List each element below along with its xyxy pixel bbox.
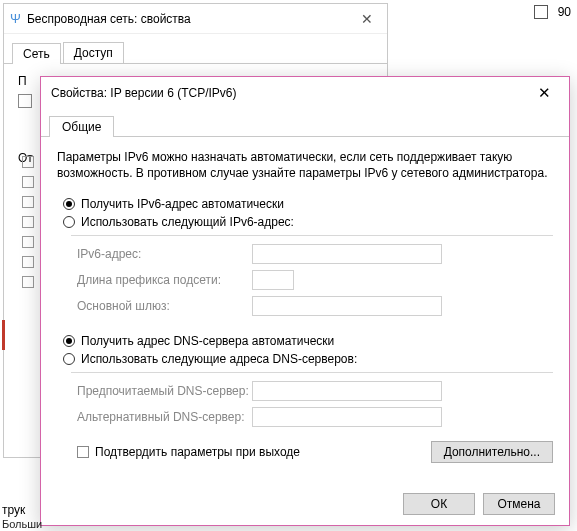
book-icon — [534, 5, 548, 19]
background-text: трук Больши — [2, 503, 42, 531]
prefix-label: Длина префикса подсети: — [77, 273, 252, 287]
radio-ipv6-auto[interactable] — [63, 198, 75, 210]
radio-dns-auto[interactable] — [63, 335, 75, 347]
radio-ipv6-auto-label: Получить IPv6-адрес автоматически — [81, 197, 284, 211]
dns-pref-label: Предпочитаемый DNS-сервер: — [77, 384, 252, 398]
advanced-button[interactable]: Дополнительно... — [431, 441, 553, 463]
ipv6-addr-label: IPv6-адрес: — [77, 247, 252, 261]
validate-checkbox[interactable] — [77, 446, 89, 458]
close-icon[interactable]: ✕ — [353, 8, 381, 30]
adapter-square-icon — [18, 94, 32, 108]
radio-ipv6-manual-label: Использовать следующий IPv6-адрес: — [81, 215, 294, 229]
ipv6-address-input — [252, 244, 442, 264]
inner-titlebar: Свойства: IP версии 6 (TCP/IPv6) ✕ — [41, 77, 569, 109]
radio-dns-manual[interactable] — [63, 353, 75, 365]
dns-alternate-input — [252, 407, 442, 427]
radio-dns-auto-label: Получить адрес DNS-сервера автоматически — [81, 334, 334, 348]
adapter-icon: Ψ — [10, 11, 21, 26]
ipv6-properties-dialog: Свойства: IP версии 6 (TCP/IPv6) ✕ Общие… — [40, 76, 570, 526]
radio-ipv6-manual[interactable] — [63, 216, 75, 228]
outer-titlebar: Ψ Беспроводная сеть: свойства ✕ — [4, 4, 387, 34]
outer-title: Беспроводная сеть: свойства — [27, 12, 353, 26]
cancel-button[interactable]: Отмена — [483, 493, 555, 515]
close-icon[interactable]: ✕ — [529, 81, 559, 105]
dns-preferred-input — [252, 381, 442, 401]
page-number: 90 — [558, 5, 571, 19]
dns-alt-label: Альтернативный DNS-сервер: — [77, 410, 252, 424]
inner-title: Свойства: IP версии 6 (TCP/IPv6) — [51, 86, 529, 100]
validate-label: Подтвердить параметры при выходе — [95, 445, 300, 459]
gateway-label: Основной шлюз: — [77, 299, 252, 313]
prefix-length-input — [252, 270, 294, 290]
gateway-input — [252, 296, 442, 316]
tab-access[interactable]: Доступ — [63, 42, 124, 63]
tab-network[interactable]: Сеть — [12, 43, 61, 64]
red-accent — [2, 320, 5, 350]
checkbox-column — [22, 156, 34, 288]
tab-general[interactable]: Общие — [49, 116, 114, 137]
intro-text: Параметры IPv6 можно назначать автоматич… — [57, 149, 553, 181]
radio-dns-manual-label: Использовать следующие адреса DNS-сервер… — [81, 352, 357, 366]
ok-button[interactable]: ОК — [403, 493, 475, 515]
